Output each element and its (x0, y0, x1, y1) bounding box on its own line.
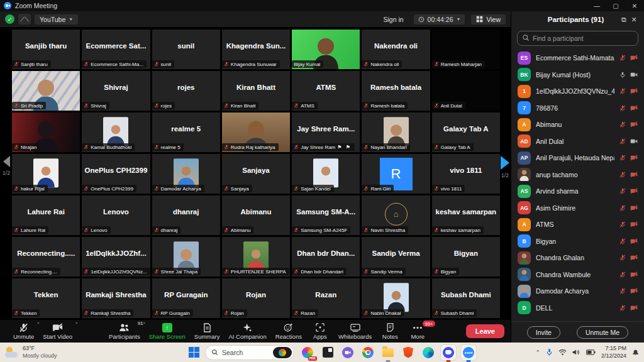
close-button[interactable]: ✕ (625, 0, 644, 11)
copilot-icon[interactable] (273, 347, 292, 358)
participant-tile[interactable]: R Ram Giri (362, 154, 430, 194)
participant-tile[interactable]: Abimanu Abimanu (222, 195, 290, 235)
participant-row[interactable]: 11eIDqlkkJJOZhf3QVNzu_401Sw... (511, 83, 644, 100)
participant-tile[interactable]: Galaxy Tab A Galaxy Tab A (432, 112, 500, 152)
participant-tile[interactable]: realme 5 realme 5 (152, 112, 220, 152)
participant-tile[interactable]: Samsung SM-A... Samsung SM-A245F (292, 195, 360, 235)
participant-tile[interactable]: Tekken Tekken (12, 278, 80, 318)
participant-tile[interactable]: PHURTENJEE SHERPA (222, 237, 290, 277)
participant-tile[interactable]: 1eIDqlkkJJOZhf... 1eIDqlkkJJOZhf3QVNz... (82, 237, 150, 277)
participant-tile[interactable]: Nayan Bhandari (362, 112, 430, 152)
unmute-button[interactable]: Unmute⌃ (9, 320, 38, 343)
participant-tile[interactable]: Razan Razan (292, 278, 360, 318)
file-explorer-icon[interactable] (380, 345, 396, 360)
screenshot-app-icon[interactable] (320, 345, 335, 360)
next-page-arrow[interactable]: 1/2 (500, 156, 510, 178)
discord-icon[interactable] (441, 345, 456, 360)
more-button[interactable]: More99+ (404, 320, 431, 343)
ai-companion-button[interactable]: AI Companion (224, 320, 270, 343)
sign-in-button[interactable]: Sign in (380, 14, 408, 25)
participant-tile[interactable]: Kiran Bhatt Kiran Bhatt (222, 71, 290, 111)
notification-bell-icon[interactable]: 🔔︎ (632, 349, 639, 356)
unmute-me-button[interactable]: Unmute Me (577, 326, 628, 339)
invite-button[interactable]: Invite (527, 326, 560, 339)
participant-tile[interactable]: Lahure Rai Lahure Rai (12, 195, 80, 235)
participant-tile[interactable]: OnePlus CPH2399 OnePlus CPH2399 (82, 154, 150, 194)
participant-tile[interactable]: dhanraj dhanraj (152, 195, 220, 235)
participant-tile[interactable]: Ecommerce Sat... Ecommerce Sathi-Ma... (82, 30, 150, 69)
participant-row[interactable]: AATMS (511, 216, 644, 233)
participant-row[interactable]: APAnil Parajuli, Hetauda Nepal (511, 150, 644, 167)
microphone-tray-icon[interactable] (546, 348, 553, 356)
participant-tile[interactable]: Ramesh Maharjan (432, 30, 500, 69)
chevron-up-icon[interactable]: ⌃ (74, 322, 79, 327)
minimize-button[interactable]: — (587, 0, 606, 11)
participant-tile[interactable]: Subash Dhami Subash Dhami (432, 278, 500, 318)
participant-tile[interactable]: Ramesh batala Ramesh batala (362, 71, 430, 111)
participant-tile[interactable]: Reconnecting..... Reconnecting.... (12, 237, 80, 277)
maximize-button[interactable]: ▢ (606, 0, 625, 11)
participant-tile[interactable]: Anil Dulal (432, 71, 500, 111)
participant-tile[interactable]: Shivraj Shivraj (82, 71, 150, 111)
participant-tile[interactable]: Shree Jal Thapa (152, 237, 220, 277)
participant-row[interactable]: anup tachamo (511, 167, 644, 184)
start-button[interactable] (189, 347, 199, 358)
participant-row[interactable]: ASArvind sharma (511, 183, 644, 200)
brave-icon[interactable] (401, 345, 416, 360)
participant-row[interactable]: BKBijay Kumal (Host) (511, 67, 644, 84)
participant-tile[interactable]: Sanjib tharu Sanjib tharu (12, 30, 80, 69)
volume-icon[interactable] (572, 349, 580, 356)
participant-tile[interactable]: Nakendra oli Nakendra oli (362, 30, 430, 69)
youtube-live-dropdown[interactable]: YouTube ▼ (35, 14, 78, 25)
view-button[interactable]: View (471, 14, 506, 25)
participant-tile[interactable]: rojes rojes (152, 71, 220, 111)
participant-row[interactable]: Damodar Acharya (511, 283, 644, 300)
leave-button[interactable]: Leave (466, 324, 504, 338)
participant-tile[interactable]: Nirajan (12, 112, 80, 152)
participant-tile[interactable]: Bigyan Bigyan (432, 237, 500, 277)
participant-tile[interactable]: Kamal Budhathoki (82, 112, 150, 152)
find-participant-input[interactable] (517, 31, 638, 46)
edge-icon[interactable] (421, 345, 436, 360)
participant-tile[interactable]: Bijay Kumal (292, 30, 360, 69)
paint-app-icon[interactable]: PRE (300, 345, 315, 360)
participant-row[interactable]: AGAsim Ghimire (511, 200, 644, 217)
participant-tile[interactable]: Lenovo Lenovo (82, 195, 150, 235)
participants-button[interactable]: Participants91⌃ (104, 320, 145, 343)
taskbar-search[interactable]: Search (205, 345, 294, 360)
taskbar-clock[interactable]: 7:15 PM 2/12/2024 (601, 345, 626, 359)
notes-button[interactable]: Notes (376, 320, 404, 343)
participant-tile[interactable]: Nabin Dhakal (362, 278, 430, 318)
participant-tile[interactable]: Jay Shree Ram... Jay Shree Ram⚑ ⚑ (292, 112, 360, 152)
participant-row[interactable]: Chandra Ghalan (511, 250, 644, 266)
zoom-app-icon[interactable]: zoom (461, 345, 476, 360)
whiteboards-button[interactable]: Whiteboards (334, 320, 376, 343)
participant-tile[interactable]: keshav samarpan keshav samarpan (432, 195, 500, 235)
weather-widget[interactable]: 63°F Mostly cloudy (5, 345, 57, 359)
meeting-timer[interactable]: 00:44:26 ▼ (414, 14, 465, 25)
participant-row[interactable]: ADAnil Dulal (511, 133, 644, 150)
live-stream-icon[interactable]: ⟋⟍ (18, 14, 31, 25)
participant-row[interactable]: DDELL (511, 300, 644, 317)
participant-tile[interactable]: hakur Rijal (12, 154, 80, 194)
close-panel-icon[interactable]: ✕ (629, 16, 639, 24)
video-chat-app-icon[interactable] (340, 345, 355, 360)
reactions-button[interactable]: Reactions (271, 320, 306, 343)
wifi-icon[interactable] (558, 349, 567, 356)
battery-icon[interactable] (586, 349, 596, 355)
share-screen-button[interactable]: ↑Share Screen (145, 320, 190, 343)
participant-row[interactable]: Chandra Wambule (511, 266, 644, 283)
participant-tile[interactable]: Rojan Rojan (222, 278, 290, 318)
participant-tile[interactable]: vivo 1811 vivo 1811 (432, 154, 500, 194)
participant-tile[interactable]: Khagendra Sun... Khagendra Sunuwar (222, 30, 290, 69)
participant-tile[interactable]: ATMS ATMS (292, 71, 360, 111)
participant-tile[interactable]: sunil sunil (152, 30, 220, 69)
participant-tile[interactable]: Sandip Verma Sandip Verma (362, 237, 430, 277)
participant-tile[interactable]: Sanjaya Sanjaya (222, 154, 290, 194)
participant-tile[interactable]: Rudra Raj kathariya (222, 112, 290, 152)
popout-panel-icon[interactable]: ⧉ (619, 16, 629, 24)
participant-row[interactable]: AAbimanu (511, 116, 644, 133)
participant-tile[interactable]: Dhan bdr Dhan... Dhan bdr Dhandari (292, 237, 360, 277)
security-shield-icon[interactable]: ✓ (5, 14, 14, 24)
apps-button[interactable]: Apps (306, 320, 334, 343)
